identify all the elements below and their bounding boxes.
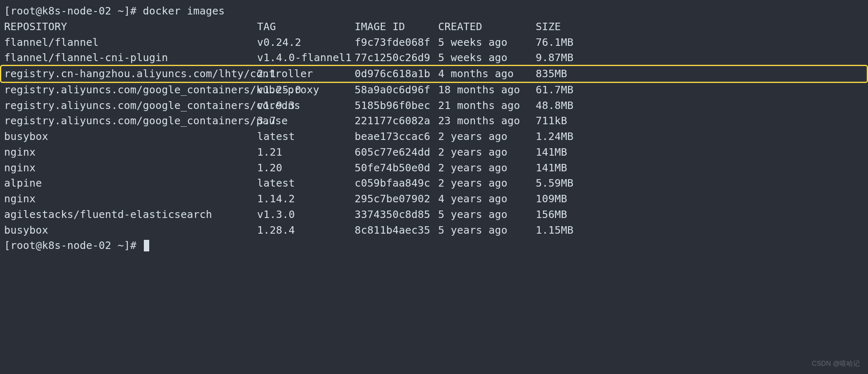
cell-image-id: c059bfaa849c: [355, 176, 438, 190]
cell-image-id: 5185b96f0bec: [355, 99, 438, 113]
col-image-id: IMAGE ID: [355, 20, 438, 34]
cell-tag: 1.20: [257, 161, 355, 175]
cell-tag: 1.14.2: [257, 192, 355, 206]
cell-created: 4 years ago: [438, 192, 536, 206]
cell-repository: flannel/flannel-cni-plugin: [4, 51, 257, 65]
table-row: agilestacks/fluentd-elasticsearch v1.3.0…: [0, 207, 868, 223]
table-row: flannel/flannel v0.24.2 f9c73fde068f 5 w…: [0, 35, 868, 50]
cell-image-id: 8c811b4aec35: [355, 223, 438, 237]
shell-prompt: [root@k8s-node-02 ~]#: [4, 239, 143, 251]
cell-repository: nginx: [4, 145, 257, 159]
cell-created: 5 years ago: [438, 223, 536, 237]
cell-created: 5 weeks ago: [438, 36, 536, 50]
terminal[interactable]: [root@k8s-node-02 ~]# docker images REPO…: [0, 0, 868, 253]
col-repository: REPOSITORY: [4, 20, 257, 34]
cell-repository: alpine: [4, 176, 257, 190]
command-line: [root@k8s-node-02 ~]# docker images: [0, 3, 868, 19]
table-row: nginx 1.20 50fe74b50e0d 2 years ago 141M…: [0, 160, 868, 176]
cell-created: 2 years ago: [438, 176, 536, 190]
cell-size: 711kB: [536, 114, 598, 128]
cell-tag: 2.1: [257, 67, 355, 81]
col-created: CREATED: [438, 20, 536, 34]
table-row: nginx 1.14.2 295c7be07902 4 years ago 10…: [0, 191, 868, 207]
cell-size: 156MB: [536, 208, 598, 222]
cell-tag: latest: [257, 176, 355, 190]
cell-image-id: beae173ccac6: [355, 130, 438, 144]
table-row: registry.aliyuncs.com/google_containers/…: [0, 98, 868, 114]
shell-prompt: [root@k8s-node-02 ~]#: [4, 5, 143, 17]
cell-size: 76.1MB: [536, 36, 598, 50]
cell-repository: busybox: [4, 130, 257, 144]
cell-tag: 1.21: [257, 145, 355, 159]
cell-repository: busybox: [4, 223, 257, 237]
cell-created: 4 months ago: [438, 67, 536, 81]
cell-tag: v1.3.0: [257, 208, 355, 222]
cell-size: 5.59MB: [536, 176, 598, 190]
cell-tag: v1.4.0-flannel1: [257, 51, 355, 65]
cell-repository: agilestacks/fluentd-elasticsearch: [4, 208, 257, 222]
cell-created: 23 months ago: [438, 114, 536, 128]
cell-size: 141MB: [536, 161, 598, 175]
cell-image-id: 77c1250c26d9: [355, 51, 438, 65]
cell-image-id: 0d976c618a1b: [355, 67, 438, 81]
cell-repository: registry.aliyuncs.com/google_containers/…: [4, 114, 257, 128]
cell-size: 1.15MB: [536, 223, 598, 237]
cell-created: 2 years ago: [438, 130, 536, 144]
cell-image-id: 3374350c8d85: [355, 208, 438, 222]
cell-tag: 3.7: [257, 114, 355, 128]
cell-tag: 1.28.4: [257, 223, 355, 237]
cell-size: 61.7MB: [536, 83, 598, 97]
col-size: SIZE: [536, 20, 598, 34]
table-row: flannel/flannel-cni-plugin v1.4.0-flanne…: [0, 50, 868, 66]
command-line-empty[interactable]: [root@k8s-node-02 ~]#: [0, 238, 868, 253]
cursor-icon: [144, 240, 149, 251]
cell-tag: v0.24.2: [257, 36, 355, 50]
cell-created: 2 years ago: [438, 145, 536, 159]
table-row: busybox latest beae173ccac6 2 years ago …: [0, 129, 868, 144]
cell-image-id: 50fe74b50e0d: [355, 161, 438, 175]
table-row: registry.aliyuncs.com/google_containers/…: [0, 113, 868, 129]
cell-created: 18 months ago: [438, 83, 536, 97]
cell-size: 1.24MB: [536, 130, 598, 144]
cell-size: 835MB: [536, 67, 598, 81]
cell-image-id: 221177c6082a: [355, 114, 438, 128]
cell-created: 2 years ago: [438, 161, 536, 175]
cell-repository: registry.aliyuncs.com/google_containers/…: [4, 83, 257, 97]
cell-repository: nginx: [4, 192, 257, 206]
table-row: busybox 1.28.4 8c811b4aec35 5 years ago …: [0, 223, 868, 238]
cell-repository: registry.aliyuncs.com/google_containers/…: [4, 99, 257, 113]
col-tag: TAG: [257, 20, 355, 34]
cell-repository: nginx: [4, 161, 257, 175]
cell-created: 5 weeks ago: [438, 51, 536, 65]
cell-image-id: 605c77e624dd: [355, 145, 438, 159]
cell-image-id: f9c73fde068f: [355, 36, 438, 50]
cell-image-id: 58a9a0c6d96f: [355, 83, 438, 97]
table-row: nginx 1.21 605c77e624dd 2 years ago 141M…: [0, 144, 868, 160]
cell-repository: flannel/flannel: [4, 36, 257, 50]
table-header: REPOSITORY TAG IMAGE ID CREATED SIZE: [0, 19, 868, 35]
cell-repository: registry.cn-hangzhou.aliyuncs.com/lhty/c…: [4, 67, 257, 81]
cell-tag: v1.9.3: [257, 99, 355, 113]
cell-tag: latest: [257, 130, 355, 144]
cell-image-id: 295c7be07902: [355, 192, 438, 206]
table-row: registry.aliyuncs.com/google_containers/…: [0, 82, 868, 98]
cell-tag: v1.25.0: [257, 83, 355, 97]
cell-created: 21 months ago: [438, 99, 536, 113]
table-row: alpine latest c059bfaa849c 2 years ago 5…: [0, 175, 868, 191]
typed-command: docker images: [143, 5, 225, 17]
cell-size: 109MB: [536, 192, 598, 206]
cell-size: 141MB: [536, 145, 598, 159]
cell-size: 48.8MB: [536, 99, 598, 113]
cell-size: 9.87MB: [536, 51, 598, 65]
table-row-highlighted: registry.cn-hangzhou.aliyuncs.com/lhty/c…: [0, 65, 868, 83]
cell-created: 5 years ago: [438, 208, 536, 222]
